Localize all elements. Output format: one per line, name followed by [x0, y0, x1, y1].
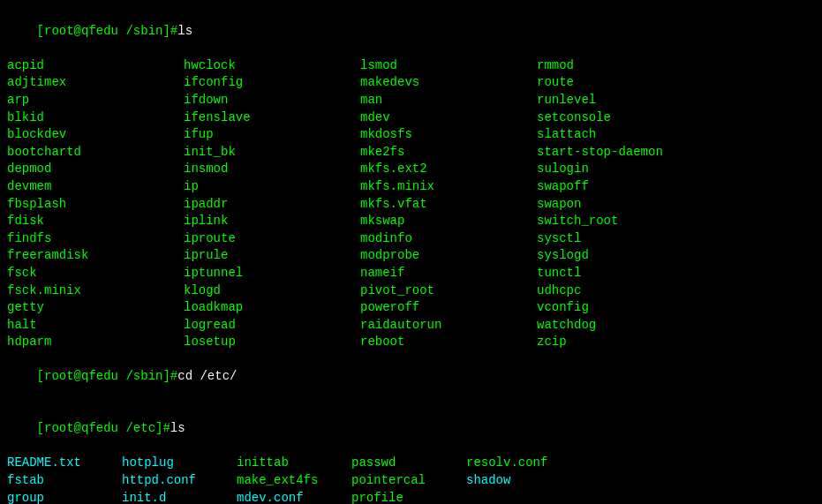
col-item: ifup — [184, 126, 360, 144]
col-item: runlevel — [537, 92, 802, 109]
col-item: swapon — [537, 196, 802, 214]
line-prompt-1: [root@qfedu /sbin]#ls — [7, 5, 815, 57]
col-item: init_bk — [184, 144, 360, 162]
col-item: halt — [7, 317, 184, 335]
ls-output: acpidhwclocklsmodrmmod adjtimexifconfigm… — [7, 57, 815, 351]
file-make-ext4fs: make_ext4fs — [237, 472, 351, 490]
etc-ls-output: README.txt hotplug inittab passwd resolv… — [7, 455, 815, 504]
line-cd-etc: [root@qfedu /sbin]#cd /etc/ — [7, 351, 815, 403]
file-empty — [466, 490, 643, 504]
col-item: loadkmap — [184, 299, 360, 317]
col-item: vconfig — [537, 299, 802, 317]
col-item: modprobe — [360, 247, 537, 265]
prompt-cd: [root@qfedu /sbin]# — [37, 369, 178, 383]
col-item: arp — [7, 92, 184, 109]
col-item: klogd — [184, 282, 360, 300]
col-item: watchdog — [537, 317, 802, 335]
col-item: swapoff — [537, 178, 802, 196]
col-item: mkfs.vfat — [360, 196, 537, 214]
col-item: bootchartd — [7, 144, 184, 162]
col-item: ipaddr — [184, 196, 360, 214]
col-item: man — [360, 92, 537, 109]
col-item: pivot_root — [360, 282, 537, 300]
file-shadow: shadow — [466, 472, 643, 490]
col-item: modinfo — [360, 230, 537, 248]
col-item: makedevs — [360, 74, 537, 92]
file-httpd-conf: httpd.conf — [122, 472, 237, 490]
col-item: mkdosfs — [360, 126, 537, 144]
col-item: udhcpc — [537, 282, 802, 300]
col-item: iptunnel — [184, 265, 360, 282]
col-item: zcip — [537, 334, 802, 351]
col-item: route — [537, 74, 802, 92]
file-mdev-conf: mdev.conf — [237, 490, 351, 504]
file-resolv-conf: resolv.conf — [466, 455, 643, 472]
file-hotplug: hotplug — [122, 455, 237, 472]
col-item: mkswap — [360, 213, 537, 230]
col-item: raidautorun — [360, 317, 537, 335]
col-item: adjtimex — [7, 74, 184, 92]
col-item: ip — [184, 178, 360, 196]
col-item: reboot — [360, 334, 537, 351]
terminal: [root@qfedu /sbin]#ls acpidhwclocklsmodr… — [7, 5, 815, 499]
col-item: ifdown — [184, 92, 360, 109]
file-fstab: fstab — [7, 472, 122, 490]
file-pointercal: pointercal — [351, 472, 466, 490]
col-item: nameif — [360, 265, 537, 282]
col-item: acpid — [7, 57, 184, 75]
col-item: logread — [184, 317, 360, 335]
file-init-d: init.d — [122, 490, 237, 504]
col-item: hdparm — [7, 334, 184, 351]
col-item: slattach — [537, 126, 802, 144]
col-item: iprule — [184, 247, 360, 265]
col-item: tunctl — [537, 265, 802, 282]
cmd-1: ls — [177, 24, 192, 38]
col-item: mkfs.ext2 — [360, 161, 537, 178]
col-item: mkfs.minix — [360, 178, 537, 196]
col-item: devmem — [7, 178, 184, 196]
file-group: group — [7, 490, 122, 504]
col-item: fbsplash — [7, 196, 184, 214]
col-item: switch_root — [537, 213, 802, 230]
col-item: rmmod — [537, 57, 802, 75]
col-item: blkid — [7, 109, 184, 127]
col-item: getty — [7, 299, 184, 317]
col-item: ifconfig — [184, 74, 360, 92]
col-item: depmod — [7, 161, 184, 178]
col-item: blockdev — [7, 126, 184, 144]
col-item: lsmod — [360, 57, 537, 75]
col-item: hwclock — [184, 57, 360, 75]
col-item: fsck.minix — [7, 282, 184, 300]
col-item: poweroff — [360, 299, 537, 317]
cmd-etc-ls: ls — [170, 421, 185, 435]
cmd-cd: cd /etc/ — [177, 369, 237, 383]
col-item: start-stop-daemon — [537, 144, 802, 162]
col-item: syslogd — [537, 247, 802, 265]
file-readme: README.txt — [7, 455, 122, 472]
col-item: iplink — [184, 213, 360, 230]
col-item: fdisk — [7, 213, 184, 230]
col-item: freeramdisk — [7, 247, 184, 265]
file-profile: profile — [351, 490, 466, 504]
col-item: insmod — [184, 161, 360, 178]
col-item: sysctl — [537, 230, 802, 248]
col-item: ifenslave — [184, 109, 360, 127]
prompt-etc-ls: [root@qfedu /etc]# — [37, 421, 170, 435]
file-inittab: inittab — [237, 455, 351, 472]
prompt-1: [root@qfedu /sbin]# — [37, 24, 178, 38]
col-item: sulogin — [537, 161, 802, 178]
file-passwd: passwd — [351, 455, 466, 472]
col-item: setconsole — [537, 109, 802, 127]
col-item: findfs — [7, 230, 184, 248]
line-prompt-etc-ls: [root@qfedu /etc]#ls — [7, 403, 815, 455]
col-item: losetup — [184, 334, 360, 351]
col-item: iproute — [184, 230, 360, 248]
col-item: mke2fs — [360, 144, 537, 162]
col-item: mdev — [360, 109, 537, 127]
col-item: fsck — [7, 265, 184, 282]
